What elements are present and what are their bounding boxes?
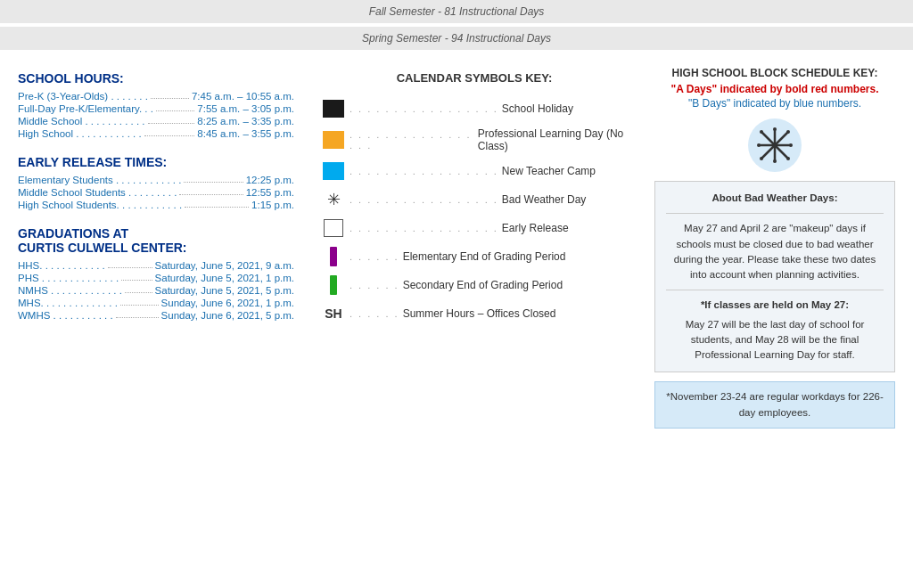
fall-semester-label: Fall Semester - 81 Instructional Days <box>369 5 545 18</box>
middle-value: 8:25 a.m. – 3:35 p.m. <box>197 116 294 127</box>
bad-weather-label: Bad Weather Day <box>502 193 587 206</box>
symbol-new-teacher: . . . . . . . . . . . . . . . . . New Te… <box>321 161 628 181</box>
school-holiday-label: School Holiday <box>502 102 573 115</box>
snowflake-decoration-icon <box>748 118 802 172</box>
november-box: *November 23-24 are regular workdays for… <box>654 381 895 429</box>
early-release-title: EARLY RELEASE TIMES: <box>18 155 294 169</box>
left-column: SCHOOL HOURS: Pre-K (3-Year-Olds) . . . … <box>18 62 294 429</box>
may27-box-text: May 27 will be the last day of school fo… <box>666 317 884 363</box>
svg-point-11 <box>760 157 763 160</box>
svg-point-4 <box>773 127 777 131</box>
purple-stripe-icon <box>330 247 337 266</box>
new-teacher-label: New Teacher Camp <box>502 165 596 177</box>
bad-weather-box: About Bad Weather Days: May 27 and April… <box>654 181 895 372</box>
prek-label: Pre-K (3-Year-Olds) . . . . . . . <box>18 91 148 102</box>
summer-hours-label: Summer Hours – Offices Closed <box>403 307 556 320</box>
calendar-symbols-title: CALENDAR SYMBOLS KEY: <box>321 71 628 85</box>
early-release-rows: Elementary Students . . . . . . . . . . … <box>18 175 294 210</box>
grad-hhs: HHS. . . . . . . . . . . . Saturday, Jun… <box>18 260 294 271</box>
ms-value: 12:55 p.m. <box>246 187 294 198</box>
black-square-icon <box>323 100 344 118</box>
symbol-school-holiday: . . . . . . . . . . . . . . . . . School… <box>321 99 628 118</box>
grad-mhs: MHS. . . . . . . . . . . . . . Sunday, J… <box>18 298 294 308</box>
symbol-sec-grading: . . . . . . Secondary End of Grading Per… <box>321 275 628 295</box>
spring-semester-bar: Spring Semester - 94 Instructional Days <box>0 27 913 50</box>
fullday-label: Full-Day Pre-K/Elementary. . . <box>18 103 153 114</box>
high-value: 8:45 a.m. – 3:55 p.m. <box>197 128 294 139</box>
svg-point-9 <box>786 157 790 160</box>
green-stripe-icon <box>330 275 337 295</box>
school-hours-row-1: Full-Day Pre-K/Elementary. . . 7:55 a.m.… <box>18 103 294 114</box>
school-hours-row-3: High School . . . . . . . . . . . . 8:45… <box>18 128 294 139</box>
blue-square-icon <box>323 162 344 180</box>
early-release-row-0: Elementary Students . . . . . . . . . . … <box>18 175 294 185</box>
may27-box-title: *If classes are held on May 27: <box>666 298 884 313</box>
school-hours-row-0: Pre-K (3-Year-Olds) . . . . . . . 7:45 a… <box>18 91 294 102</box>
svg-point-10 <box>786 130 790 134</box>
elem-value: 12:25 p.m. <box>246 175 294 185</box>
orange-square-icon <box>323 131 344 149</box>
a-days-label: "A Days" indicated by bold red numbers. <box>654 83 895 95</box>
sh-symbol-icon: SH <box>325 306 341 321</box>
early-release-row-2: High School Students. . . . . . . . . . … <box>18 200 294 210</box>
sec-grading-label: Secondary End of Grading Period <box>403 279 563 291</box>
b-days-label: "B Days" indicated by blue numbers. <box>654 97 895 110</box>
november-box-text: *November 23-24 are regular workdays for… <box>666 391 884 417</box>
grad-phs: PHS . . . . . . . . . . . . . . Saturday… <box>18 273 294 283</box>
symbol-summer-hours: SH . . . . . . Summer Hours – Offices Cl… <box>321 304 628 323</box>
early-release-symbol-label: Early Release <box>502 222 569 234</box>
high-label: High School . . . . . . . . . . . . <box>18 128 142 139</box>
hs-label: High School Students. . . . . . . . . . … <box>18 200 182 210</box>
symbol-bad-weather: ✳ . . . . . . . . . . . . . . . . . Bad … <box>321 190 628 209</box>
white-square-icon <box>324 219 343 237</box>
fullday-value: 7:55 a.m. – 3:05 p.m. <box>197 103 294 114</box>
school-hours-row-2: Middle School . . . . . . . . . . . 8:25… <box>18 116 294 127</box>
symbol-elem-grading: . . . . . . Elementary End of Grading Pe… <box>321 247 628 266</box>
middle-column: CALENDAR SYMBOLS KEY: . . . . . . . . . … <box>303 62 646 429</box>
ms-label: Middle School Students . . . . . . . . . <box>18 187 177 198</box>
svg-point-5 <box>773 159 777 163</box>
bad-weather-box-title: About Bad Weather Days: <box>666 191 884 206</box>
pld-label: Professional Learning Day (No Class) <box>478 127 628 152</box>
school-hours-title: SCHOOL HOURS: <box>18 71 294 86</box>
high-school-key-title: HIGH SCHOOL BLOCK SCHEDULE KEY: <box>654 67 895 79</box>
spring-semester-label: Spring Semester - 94 Instructional Days <box>362 32 551 45</box>
snowflake-symbol-icon: ✳ <box>327 190 341 209</box>
elem-label: Elementary Students . . . . . . . . . . … <box>18 175 181 185</box>
svg-point-7 <box>789 143 793 147</box>
bad-weather-box-text: May 27 and April 2 are "makeup" days if … <box>666 221 884 282</box>
grad-nmhs: NMHS . . . . . . . . . . . . . Saturday,… <box>18 285 294 296</box>
middle-label: Middle School . . . . . . . . . . . <box>18 116 145 127</box>
graduation-rows: HHS. . . . . . . . . . . . Saturday, Jun… <box>18 260 294 321</box>
elem-grading-label: Elementary End of Grading Period <box>403 250 566 263</box>
fall-semester-bar: Fall Semester - 81 Instructional Days <box>0 0 913 23</box>
hs-value: 1:15 p.m. <box>251 200 294 210</box>
school-hours-rows: Pre-K (3-Year-Olds) . . . . . . . 7:45 a… <box>18 91 294 139</box>
graduations-title: GRADUATIONS AT CURTIS CULWELL CENTER: <box>18 226 294 255</box>
symbol-early-release: . . . . . . . . . . . . . . . . . Early … <box>321 218 628 238</box>
svg-point-8 <box>760 130 763 134</box>
early-release-row-1: Middle School Students . . . . . . . . .… <box>18 187 294 198</box>
svg-point-6 <box>757 143 761 147</box>
symbol-pld: . . . . . . . . . . . . . . . . . Profes… <box>321 127 628 152</box>
right-column: HIGH SCHOOL BLOCK SCHEDULE KEY: "A Days"… <box>654 62 895 429</box>
prek-value: 7:45 a.m. – 10:55 a.m. <box>192 91 294 102</box>
grad-wmhs: WMHS . . . . . . . . . . . Sunday, June … <box>18 310 294 321</box>
